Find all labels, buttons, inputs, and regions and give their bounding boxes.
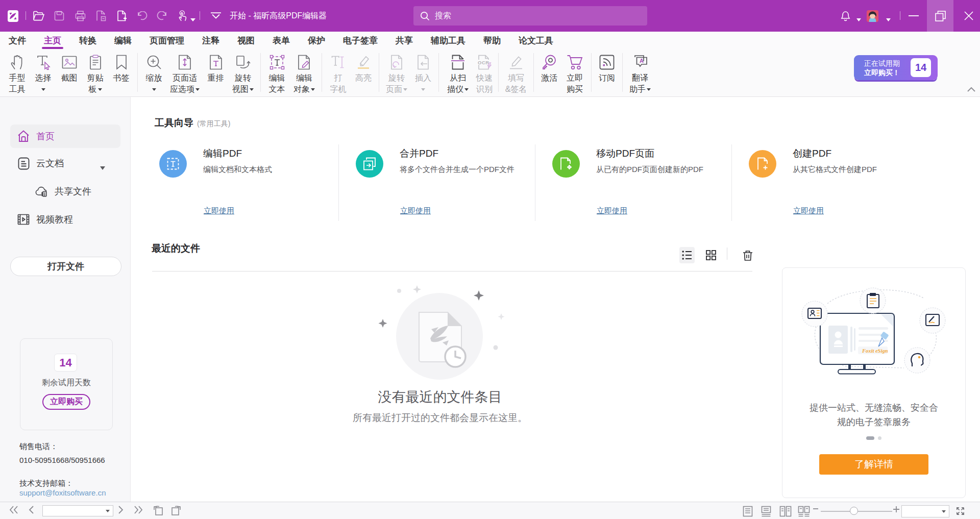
sidebar-item-video-tutorials[interactable]: 视频教程: [10, 208, 120, 231]
menu-tab-edit[interactable]: 编辑: [114, 32, 132, 50]
ribbon-highlight[interactable]: 高亮: [351, 50, 376, 84]
redo-icon[interactable]: [156, 10, 168, 22]
learn-more-button[interactable]: 了解详情: [819, 454, 928, 475]
ribbon-fit-page[interactable]: 页面适应选项: [167, 50, 203, 95]
ribbon-snapshot[interactable]: 截图: [56, 50, 82, 84]
menu-tab-comment[interactable]: 注释: [202, 32, 219, 50]
ribbon-reflow[interactable]: 重排: [203, 50, 229, 84]
sidebar-item-home[interactable]: 首页: [10, 125, 120, 148]
undo-icon[interactable]: [136, 10, 148, 22]
zoom-select-caret-icon[interactable]: [942, 510, 946, 513]
clear-recent-trash-button[interactable]: [740, 247, 755, 263]
menu-tab-page-organize[interactable]: 页面管理: [150, 32, 184, 50]
print-icon[interactable]: [74, 10, 86, 22]
open-file-button[interactable]: 打开文件: [10, 257, 121, 276]
collapse-ribbon-icon[interactable]: [966, 86, 977, 95]
ribbon-subscribe[interactable]: 订阅: [595, 50, 619, 84]
ribbon-zoom[interactable]: 缩放: [141, 50, 167, 95]
carousel-dot-active[interactable]: [866, 436, 874, 440]
app-logo-icon[interactable]: [8, 10, 18, 22]
tool-card-move-pdf-pages[interactable]: 移动PDF页面 从已有的PDF页面创建新的PDF 立即使用: [552, 143, 726, 225]
carousel-dot[interactable]: [878, 436, 881, 440]
minimize-button[interactable]: [903, 0, 924, 32]
next-page-icon[interactable]: [118, 506, 124, 514]
sidebar-item-cloud-docs[interactable]: 云文档: [10, 152, 120, 175]
use-now-link[interactable]: 立即使用: [400, 206, 431, 216]
page-number-caret-icon[interactable]: [106, 510, 110, 512]
zoom-in-icon[interactable]: [893, 506, 900, 513]
last-page-icon[interactable]: [134, 506, 143, 514]
two-page-continuous-icon[interactable]: [798, 506, 810, 517]
close-button[interactable]: [958, 0, 980, 32]
quick-access-menu-icon[interactable]: [210, 10, 222, 22]
account-caret-icon[interactable]: [886, 14, 891, 23]
zoom-out-icon[interactable]: [813, 506, 819, 512]
ribbon-from-scanner[interactable]: 从扫描仪: [442, 50, 474, 95]
search-input[interactable]: [435, 11, 629, 20]
ribbon-fill-sign[interactable]: 填写&签名: [502, 50, 530, 95]
zoom-level-select[interactable]: [901, 505, 949, 517]
two-page-view-icon[interactable]: [779, 506, 792, 517]
tool-card-merge-pdf[interactable]: 合并PDF 将多个文件合并生成一个PDF文件 立即使用: [356, 143, 529, 225]
menu-tab-thesis-tools[interactable]: 论文工具: [519, 32, 553, 50]
first-page-icon[interactable]: [9, 506, 18, 514]
page-number-input[interactable]: [42, 505, 113, 516]
open-file-icon[interactable]: [32, 10, 44, 22]
tool-card-edit-pdf[interactable]: 编辑PDF 编辑文档和文本格式 立即使用: [159, 143, 333, 225]
menu-tab-share[interactable]: 共享: [396, 32, 413, 50]
use-now-link[interactable]: 立即使用: [793, 206, 824, 216]
create-pdf-icon[interactable]: [116, 10, 128, 22]
search-box[interactable]: [413, 6, 647, 26]
continuous-view-icon[interactable]: [761, 506, 771, 517]
ribbon-insert-pages[interactable]: 插入: [411, 50, 435, 95]
single-page-view-icon[interactable]: [743, 506, 753, 517]
menu-tab-esign[interactable]: 电子签章: [343, 32, 378, 50]
buy-now-button[interactable]: 立即购买: [42, 394, 90, 410]
trial-purchase-badge[interactable]: 正在试用期立即购买！ 14: [854, 55, 938, 80]
restore-button[interactable]: [928, 0, 952, 32]
ribbon-clipboard[interactable]: 剪贴板: [82, 50, 108, 95]
ribbon-rotate-pages[interactable]: 旋转页面: [382, 50, 411, 95]
menu-tab-accessibility[interactable]: 辅助工具: [431, 32, 465, 50]
prev-page-icon[interactable]: [29, 506, 34, 514]
recent-header-separator: [727, 248, 727, 260]
tool-card-create-pdf[interactable]: 创建PDF 从其它格式文件创建PDF 立即使用: [749, 143, 922, 225]
ribbon-rotate-view[interactable]: 旋转视图: [229, 50, 257, 95]
use-now-link[interactable]: 立即使用: [204, 206, 234, 216]
hand-tool-quick-icon[interactable]: [177, 10, 189, 22]
ribbon-buy-now[interactable]: 立即购买: [561, 50, 588, 95]
user-avatar[interactable]: [867, 10, 878, 22]
ribbon-typewriter[interactable]: 打字机: [325, 50, 351, 95]
menu-tab-protect[interactable]: 保护: [308, 32, 325, 50]
zoom-slider-knob[interactable]: [850, 507, 858, 515]
fullscreen-icon[interactable]: [955, 506, 966, 517]
sidebar-item-shared-files[interactable]: 共享文件: [10, 180, 120, 203]
support-email-link[interactable]: support@foxitsoftware.cn: [19, 488, 106, 497]
hand-tool-caret-icon[interactable]: [190, 14, 195, 23]
ribbon-hand-tool[interactable]: 手型工具: [4, 50, 30, 95]
notifications-caret-icon[interactable]: [856, 14, 861, 23]
export-pdf-icon[interactable]: [95, 10, 107, 22]
notifications-bell-icon[interactable]: [839, 10, 851, 22]
menu-tab-file[interactable]: 文件: [9, 32, 26, 50]
ribbon-edit-object[interactable]: 编辑对象: [290, 50, 318, 95]
rotate-left-icon[interactable]: [153, 506, 164, 516]
menu-tab-form[interactable]: 表单: [273, 32, 290, 50]
ribbon-bookmark[interactable]: 书签: [108, 50, 134, 84]
ribbon-translate-assistant[interactable]: A 翻译助手: [626, 50, 654, 95]
rotate-right-icon[interactable]: [170, 506, 181, 516]
titlebar-separator: [200, 11, 200, 20]
ribbon-quick-ocr[interactable]: OCR 快速识别: [474, 50, 495, 95]
svg-text:A: A: [640, 58, 644, 64]
grid-view-button[interactable]: [703, 247, 719, 263]
use-now-link[interactable]: 立即使用: [597, 206, 627, 216]
ribbon-edit-text[interactable]: 编辑文本: [264, 50, 290, 95]
ribbon-select[interactable]: 选择: [30, 50, 56, 95]
menu-tab-home[interactable]: 主页: [44, 32, 61, 50]
menu-tab-help[interactable]: 帮助: [483, 32, 501, 50]
menu-tab-view[interactable]: 视图: [237, 32, 255, 50]
menu-tab-convert[interactable]: 转换: [79, 32, 96, 50]
ribbon-activate[interactable]: 激活: [537, 50, 561, 84]
save-icon[interactable]: [53, 10, 65, 22]
list-view-button[interactable]: [679, 247, 695, 263]
